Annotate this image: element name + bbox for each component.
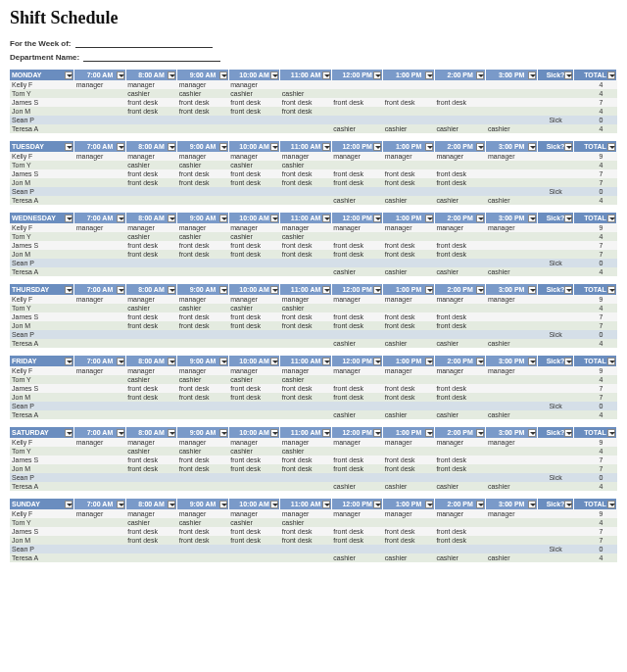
sick-cell[interactable] — [537, 312, 573, 321]
filter-total-icon[interactable] — [607, 143, 615, 151]
filter-total-icon[interactable] — [607, 429, 615, 437]
sick-cell[interactable] — [537, 267, 573, 276]
shift-cell[interactable] — [434, 187, 486, 196]
shift-cell[interactable] — [486, 393, 538, 402]
filter-time-icon[interactable] — [425, 286, 433, 294]
shift-cell[interactable]: manager — [486, 295, 538, 304]
shift-cell[interactable]: manager — [228, 509, 280, 518]
shift-cell[interactable] — [228, 187, 280, 196]
shift-cell[interactable] — [434, 161, 486, 169]
shift-cell[interactable]: front desk — [228, 384, 280, 393]
shift-cell[interactable]: cashier — [125, 89, 177, 98]
shift-cell[interactable] — [280, 80, 332, 89]
shift-cell[interactable] — [125, 187, 177, 196]
shift-cell[interactable]: cashier — [383, 410, 435, 419]
shift-cell[interactable] — [74, 124, 126, 133]
filter-time-icon[interactable] — [219, 215, 227, 222]
shift-cell[interactable]: manager — [331, 366, 383, 375]
shift-cell[interactable]: manager — [125, 152, 177, 161]
shift-cell[interactable]: manager — [434, 152, 486, 161]
shift-cell[interactable]: front desk — [177, 393, 229, 402]
shift-cell[interactable]: front desk — [331, 241, 383, 250]
shift-cell[interactable] — [74, 107, 126, 116]
shift-cell[interactable] — [486, 384, 538, 393]
filter-time-icon[interactable] — [425, 429, 433, 437]
shift-cell[interactable] — [228, 402, 280, 410]
shift-cell[interactable]: front desk — [331, 169, 383, 178]
shift-cell[interactable]: manager — [228, 366, 280, 375]
shift-cell[interactable] — [125, 124, 177, 133]
shift-cell[interactable] — [228, 116, 280, 124]
shift-cell[interactable] — [486, 402, 538, 410]
sick-cell[interactable] — [537, 536, 573, 545]
shift-cell[interactable]: manager — [177, 152, 229, 161]
shift-cell[interactable] — [228, 545, 280, 553]
shift-cell[interactable]: manager — [383, 223, 435, 232]
shift-cell[interactable]: manager — [125, 509, 177, 518]
filter-time-icon[interactable] — [476, 143, 484, 151]
sick-cell[interactable]: Sick — [537, 402, 573, 410]
shift-cell[interactable]: cashier — [280, 232, 332, 241]
shift-cell[interactable] — [486, 250, 538, 259]
shift-cell[interactable] — [434, 232, 486, 241]
filter-time-icon[interactable] — [270, 143, 278, 151]
sick-cell[interactable] — [537, 80, 573, 89]
shift-cell[interactable]: front desk — [177, 312, 229, 321]
shift-cell[interactable] — [74, 232, 126, 241]
shift-cell[interactable]: front desk — [228, 393, 280, 402]
shift-cell[interactable]: front desk — [383, 527, 435, 536]
shift-cell[interactable] — [74, 178, 126, 187]
filter-total-icon[interactable] — [607, 286, 615, 294]
shift-cell[interactable]: cashier — [331, 267, 383, 276]
shift-cell[interactable]: front desk — [228, 178, 280, 187]
sick-cell[interactable] — [537, 553, 573, 562]
shift-cell[interactable] — [177, 267, 229, 276]
shift-cell[interactable] — [228, 410, 280, 419]
filter-time-icon[interactable] — [322, 286, 330, 294]
filter-time-icon[interactable] — [270, 501, 278, 508]
shift-cell[interactable]: front desk — [177, 107, 229, 116]
shift-cell[interactable] — [125, 116, 177, 124]
filter-time-icon[interactable] — [270, 429, 278, 437]
sick-cell[interactable] — [537, 107, 573, 116]
shift-cell[interactable]: cashier — [486, 124, 538, 133]
shift-cell[interactable] — [383, 545, 435, 553]
shift-cell[interactable] — [383, 116, 435, 124]
shift-cell[interactable]: cashier — [486, 410, 538, 419]
shift-cell[interactable]: front desk — [280, 98, 332, 107]
shift-cell[interactable] — [74, 482, 126, 491]
shift-cell[interactable]: front desk — [434, 178, 486, 187]
shift-cell[interactable]: front desk — [280, 321, 332, 330]
filter-time-icon[interactable] — [476, 72, 484, 79]
shift-cell[interactable]: cashier — [228, 89, 280, 98]
filter-time-icon[interactable] — [117, 501, 124, 508]
shift-cell[interactable] — [74, 187, 126, 196]
shift-cell[interactable]: front desk — [125, 536, 177, 545]
shift-cell[interactable]: front desk — [331, 98, 383, 107]
shift-cell[interactable]: cashier — [228, 161, 280, 169]
filter-time-icon[interactable] — [219, 72, 227, 79]
shift-cell[interactable] — [486, 89, 538, 98]
shift-cell[interactable] — [383, 330, 435, 339]
shift-cell[interactable]: cashier — [331, 339, 383, 348]
shift-cell[interactable] — [331, 232, 383, 241]
shift-cell[interactable]: cashier — [177, 161, 229, 169]
shift-cell[interactable] — [74, 518, 126, 527]
shift-cell[interactable]: front desk — [228, 456, 280, 464]
shift-cell[interactable] — [331, 304, 383, 312]
filter-time-icon[interactable] — [117, 429, 124, 437]
shift-cell[interactable] — [280, 187, 332, 196]
shift-cell[interactable]: manager — [125, 438, 177, 447]
filter-time-icon[interactable] — [219, 358, 227, 365]
shift-cell[interactable]: cashier — [280, 518, 332, 527]
shift-cell[interactable]: front desk — [125, 107, 177, 116]
shift-cell[interactable]: front desk — [280, 536, 332, 545]
shift-cell[interactable] — [125, 410, 177, 419]
shift-cell[interactable]: front desk — [280, 527, 332, 536]
shift-cell[interactable]: manager — [331, 295, 383, 304]
shift-cell[interactable] — [331, 259, 383, 267]
shift-cell[interactable] — [74, 410, 126, 419]
shift-cell[interactable]: front desk — [331, 527, 383, 536]
shift-cell[interactable] — [486, 161, 538, 169]
dept-input-line[interactable] — [83, 52, 220, 62]
